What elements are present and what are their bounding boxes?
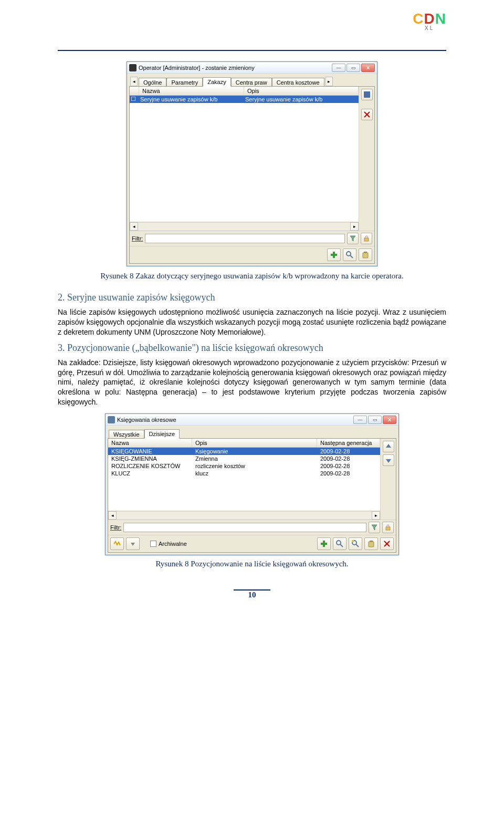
save-button[interactable]: [361, 89, 373, 100]
find-button[interactable]: [333, 537, 346, 550]
ksiegowania-window: Księgowania okresowe — ▭ X Wszystkie Dzi…: [105, 413, 399, 555]
archiwalne-checkbox[interactable]: Archiwalne: [150, 541, 187, 547]
move-up-button[interactable]: [383, 441, 394, 452]
svg-rect-25: [370, 541, 373, 542]
list-row[interactable]: KSIĘGOWANIE Księgowanie 2009-02-28: [108, 448, 380, 455]
horizontal-scrollbar[interactable]: ◂▸: [108, 511, 380, 520]
tab-scroll-left[interactable]: ◂: [130, 77, 138, 86]
minimize-button[interactable]: —: [332, 64, 345, 72]
cancel-button[interactable]: [380, 537, 394, 550]
filter-label: Filtr:: [132, 235, 143, 242]
funnel-icon[interactable]: [369, 522, 380, 533]
funnel-icon[interactable]: [347, 233, 359, 244]
svg-rect-10: [363, 253, 368, 258]
svg-marker-13: [386, 459, 391, 463]
window-title: Księgowania okresowe: [117, 417, 353, 423]
tab-ogolne[interactable]: Ogólne: [139, 78, 166, 87]
header-divider: [58, 50, 446, 51]
svg-line-20: [340, 544, 343, 547]
svg-rect-1: [365, 92, 369, 94]
row-checkbox[interactable]: ☐: [130, 96, 137, 103]
svg-point-8: [346, 252, 351, 256]
svg-rect-11: [364, 252, 367, 253]
horizontal-scrollbar[interactable]: ◂▸: [130, 222, 359, 231]
svg-marker-14: [372, 525, 377, 530]
app-icon: [108, 416, 115, 423]
app-icon: [129, 64, 136, 71]
filter-input[interactable]: [123, 523, 366, 532]
close-button[interactable]: X: [361, 64, 375, 72]
trash-button[interactable]: [364, 537, 378, 550]
tab-scroll-right[interactable]: ▸: [326, 77, 333, 86]
list-header: Nazwa Opis Następna generacja: [108, 439, 380, 448]
list-row[interactable]: ☐ Seryjne usuwanie zapisów k/b Seryjne u…: [130, 96, 359, 103]
list-header: Nazwa Opis: [130, 87, 359, 96]
svg-rect-5: [364, 238, 369, 241]
add-button[interactable]: [317, 537, 331, 550]
operator-window: Operator [Administrator] - zostanie zmie…: [127, 61, 377, 266]
tab-wszystkie[interactable]: Wszystkie: [109, 430, 144, 439]
svg-rect-23: [352, 540, 354, 542]
section-3-paragraph: Na zakładce: Dzisiejsze, listy księgowań…: [58, 358, 446, 407]
brand-logo: CDN XL: [413, 11, 446, 31]
col-nastgen[interactable]: Następna generacja: [317, 439, 380, 447]
find-button[interactable]: [343, 248, 356, 261]
tab-dzisiejsze[interactable]: Dzisiejsze: [144, 429, 180, 439]
close-button[interactable]: X: [383, 416, 396, 424]
list-rows[interactable]: ☐ Seryjne usuwanie zapisów k/b Seryjne u…: [130, 96, 359, 222]
trash-button[interactable]: [359, 248, 372, 261]
minimize-button[interactable]: —: [353, 416, 367, 424]
tab-strip: Wszystkie Dzisiejsze: [108, 428, 396, 438]
filter-label: Filtr:: [110, 524, 121, 531]
figure-caption: Rysunek 8 Zakaz dotyczący seryjnego usuw…: [58, 272, 446, 281]
svg-marker-16: [131, 543, 135, 546]
tab-strip: ◂ Ogólne Parametry Zakazy Centra praw Ce…: [129, 76, 375, 86]
list-row[interactable]: ROZLICZENIE KOSZTÓW rozliczenie kosztów …: [108, 462, 380, 470]
col-nazwa[interactable]: Nazwa: [108, 439, 192, 447]
page-number: 10: [248, 591, 256, 599]
move-down-button[interactable]: [383, 454, 394, 466]
titlebar[interactable]: Operator [Administrator] - zostanie zmie…: [127, 62, 377, 74]
section-2-paragraph: Na liście zapisów księgowych udostępnion…: [58, 307, 446, 337]
run-down-button[interactable]: [126, 537, 140, 550]
col-opis[interactable]: Opis: [244, 87, 359, 95]
titlebar[interactable]: Księgowania okresowe — ▭ X: [106, 414, 398, 426]
edit-button[interactable]: [349, 537, 362, 550]
svg-point-19: [337, 541, 341, 545]
filter-input[interactable]: [145, 234, 345, 243]
list-row[interactable]: KLUCZ klucz 2009-02-28: [108, 470, 380, 477]
maximize-button[interactable]: ▭: [346, 64, 360, 72]
svg-line-9: [350, 255, 353, 258]
svg-rect-15: [386, 527, 390, 530]
section-heading-3: 3. Pozycjonowanie („bąbelkowanie") na li…: [58, 343, 446, 354]
svg-marker-4: [350, 236, 355, 241]
run-button[interactable]: [110, 537, 124, 550]
svg-rect-18: [321, 543, 327, 545]
maximize-button[interactable]: ▭: [368, 416, 382, 424]
tab-centra-kosztowe[interactable]: Centra kosztowe: [272, 78, 324, 87]
figure-caption: Rysunek 8 Pozycjonowanie na liście księg…: [58, 560, 446, 568]
archiwalne-label: Archiwalne: [159, 541, 187, 547]
col-nazwa[interactable]: Nazwa: [139, 87, 244, 95]
window-title: Operator [Administrator] - zostanie zmie…: [139, 65, 332, 71]
svg-marker-12: [386, 444, 391, 448]
list-rows[interactable]: KSIĘGOWANIE Księgowanie 2009-02-28 KSIĘG…: [108, 448, 380, 511]
add-button[interactable]: [327, 248, 341, 261]
tab-centra-praw[interactable]: Centra praw: [231, 78, 272, 87]
svg-line-22: [356, 544, 359, 547]
lock-icon[interactable]: [361, 233, 372, 244]
svg-rect-7: [331, 254, 337, 256]
svg-rect-24: [369, 542, 374, 547]
delete-button[interactable]: [361, 109, 373, 120]
section-heading-2: 2. Seryjne usuwanie zapisów księgowych: [58, 292, 446, 303]
col-opis[interactable]: Opis: [192, 439, 317, 447]
list-row[interactable]: KSIĘG-ZMIENNA Zmienna 2009-02-28: [108, 455, 380, 462]
tab-zakazy[interactable]: Zakazy: [203, 77, 230, 87]
lock-icon[interactable]: [382, 522, 394, 533]
page-footer: 10: [58, 589, 446, 599]
tab-parametry[interactable]: Parametry: [166, 78, 203, 87]
